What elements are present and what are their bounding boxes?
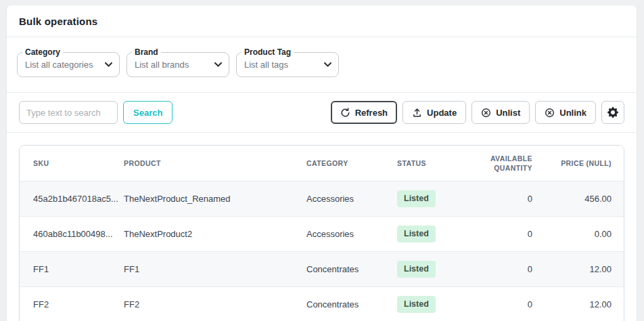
cell-category: Concentrates <box>306 299 397 309</box>
table-header-row: SKU PRODUCT CATEGORY STATUS AVAILABLE QU… <box>20 146 624 181</box>
table-toolbar: Search Refresh <box>7 93 637 133</box>
unlink-button-label: Unlink <box>559 108 586 118</box>
column-header-product: PRODUCT <box>124 158 306 168</box>
column-header-status: STATUS <box>397 158 485 168</box>
cell-sku: FF2 <box>20 299 124 309</box>
cell-sku: 45a2b1b467018ac5... <box>20 194 124 204</box>
refresh-button[interactable]: Refresh <box>331 101 397 124</box>
product-tag-filter-select[interactable]: Product Tag List all tags <box>236 52 339 77</box>
gear-icon <box>607 107 618 118</box>
update-button[interactable]: Update <box>402 101 466 124</box>
cell-price: 0.00 <box>532 229 624 239</box>
status-badge: Listed <box>397 190 436 207</box>
status-badge: Listed <box>397 296 436 313</box>
column-header-price: PRICE (NULL) <box>532 158 624 168</box>
column-header-available-quantity: AVAILABLE QUANTITY <box>485 154 532 173</box>
refresh-icon <box>340 108 350 118</box>
cell-price: 12.00 <box>532 264 624 274</box>
chevron-down-icon <box>324 62 331 67</box>
cell-available-quantity: 0 <box>485 229 532 239</box>
cell-category: Accessories <box>306 194 397 204</box>
cell-available-quantity: 0 <box>485 194 532 204</box>
products-table: SKU PRODUCT CATEGORY STATUS AVAILABLE QU… <box>19 145 624 321</box>
table-settings-button[interactable] <box>601 101 624 124</box>
column-header-category: CATEGORY <box>306 158 397 168</box>
search-input[interactable] <box>19 101 118 124</box>
card-header: Bulk operations <box>7 5 637 37</box>
circle-x-icon <box>545 108 555 118</box>
cell-category: Accessories <box>306 229 397 239</box>
unlist-button[interactable]: Unlist <box>472 101 530 124</box>
cell-product: TheNextProduct_Renamed <box>124 194 306 204</box>
column-header-sku: SKU <box>20 158 124 168</box>
cell-available-quantity: 0 <box>485 299 532 309</box>
upload-icon <box>412 108 422 118</box>
cell-price: 12.00 <box>532 299 624 309</box>
brand-filter-label: Brand <box>132 47 161 57</box>
update-button-label: Update <box>427 108 457 118</box>
category-filter-select[interactable]: Category List all categories <box>17 52 120 77</box>
status-badge: Listed <box>397 226 436 242</box>
brand-filter-select[interactable]: Brand List all brands <box>127 52 229 77</box>
unlink-button[interactable]: Unlink <box>535 101 596 124</box>
bulk-action-buttons: Refresh Update <box>331 101 624 124</box>
category-filter-value: List all categories <box>25 60 101 70</box>
cell-product: FF1 <box>124 264 306 274</box>
table-row[interactable]: 460ab8c11b00498... TheNextProduct2 Acces… <box>20 216 624 251</box>
table-row[interactable]: FF2 FF2 Concentrates Listed 0 12.00 <box>20 286 624 321</box>
cell-category: Concentrates <box>306 264 397 274</box>
product-tag-filter-value: List all tags <box>244 60 320 70</box>
cell-product: TheNextProduct2 <box>124 229 306 239</box>
category-filter-label: Category <box>22 47 63 57</box>
unlist-button-label: Unlist <box>496 108 520 118</box>
cell-available-quantity: 0 <box>485 264 532 274</box>
search-button[interactable]: Search <box>123 101 172 124</box>
cell-sku: FF1 <box>20 264 124 274</box>
cell-product: FF2 <box>124 299 306 309</box>
chevron-down-icon <box>105 62 112 67</box>
table-row[interactable]: FF1 FF1 Concentrates Listed 0 12.00 <box>20 251 624 286</box>
cell-sku: 460ab8c11b00498... <box>20 229 124 239</box>
refresh-button-label: Refresh <box>355 108 388 118</box>
bulk-operations-card: Bulk operations Category List all catego… <box>7 5 637 321</box>
filters-bar: Category List all categories Brand List … <box>7 37 637 93</box>
table-row[interactable]: 45a2b1b467018ac5... TheNextProduct_Renam… <box>20 181 624 216</box>
status-badge: Listed <box>397 261 436 278</box>
page-title: Bulk operations <box>19 16 624 27</box>
circle-x-icon <box>481 108 491 118</box>
brand-filter-value: List all brands <box>135 60 210 70</box>
product-tag-filter-label: Product Tag <box>242 47 294 57</box>
chevron-down-icon <box>214 62 222 67</box>
cell-price: 456.00 <box>532 194 624 204</box>
